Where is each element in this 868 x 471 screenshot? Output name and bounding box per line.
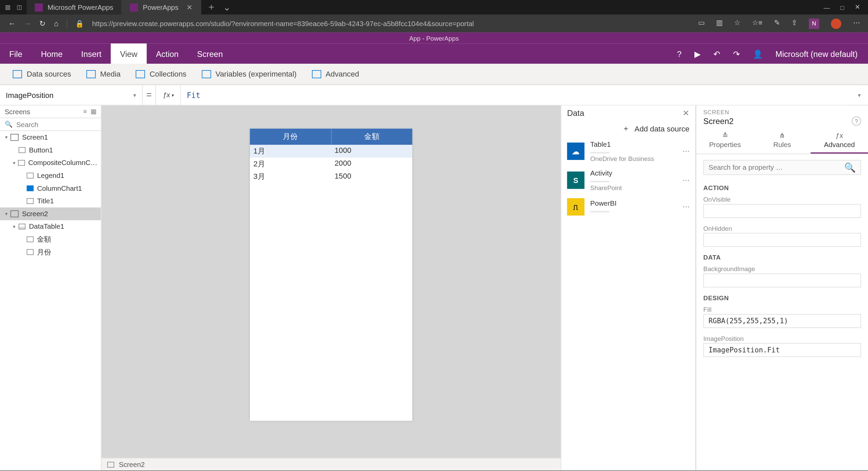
sub-media[interactable]: Media	[86, 69, 121, 78]
browser-tab-1[interactable]: Microsoft PowerApps	[27, 0, 122, 15]
ribbon: File Home Insert View Action Screen ? ▶ …	[0, 43, 868, 64]
minimize-icon[interactable]: ―	[824, 4, 830, 11]
formula-input[interactable]	[181, 85, 851, 105]
home-icon[interactable]: ⌂	[54, 19, 58, 28]
prop-field-imageposition[interactable]: ImagePosition.Fit	[703, 343, 861, 357]
onenote-icon[interactable]: N	[809, 18, 820, 29]
tree-node[interactable]: ▾CompositeColumnC…	[0, 157, 101, 169]
tree-search-input[interactable]	[16, 120, 96, 128]
sub-label: Data sources	[27, 69, 71, 78]
col-header-1[interactable]: 金額	[331, 129, 412, 145]
avatar-icon[interactable]	[831, 18, 842, 29]
canvas-stage[interactable]: 月份 金額 1月10002月20003月1500	[101, 105, 560, 458]
tree-node-label: Legend1	[37, 171, 64, 180]
tree-title: Screens	[5, 107, 30, 116]
favorite-icon[interactable]: ☆	[734, 18, 741, 29]
maximize-icon[interactable]: □	[841, 4, 844, 11]
table-row[interactable]: 3月1500	[250, 170, 412, 183]
table-row[interactable]: 1月1000	[250, 145, 412, 158]
prop-field-bgimage[interactable]	[703, 273, 861, 287]
ribbon-tab-screen[interactable]: Screen	[188, 43, 232, 64]
more-icon[interactable]: ⋯	[683, 147, 690, 155]
more-icon[interactable]: ⋯	[683, 176, 690, 184]
tree-node[interactable]: ColumnChart1	[0, 182, 101, 195]
grid-view-icon[interactable]: ▦	[91, 108, 96, 115]
props-tab-rules[interactable]: ⋔Rules	[754, 129, 811, 153]
tree-node-label: Button1	[29, 146, 53, 154]
help-icon[interactable]: ?	[677, 49, 682, 58]
ribbon-tab-action[interactable]: Action	[147, 43, 188, 64]
tree-node[interactable]: Button1	[0, 144, 101, 157]
variables-icon	[201, 70, 211, 78]
powerapps-root: App - PowerApps File Home Insert View Ac…	[0, 33, 868, 471]
chevron-down-icon: ▾	[133, 92, 136, 98]
sub-data-sources[interactable]: Data sources	[13, 69, 71, 78]
props-tab-properties[interactable]: ≛Properties	[696, 129, 754, 153]
tree-node-label: Title1	[37, 197, 54, 205]
property-dropdown[interactable]: ImagePosition ▾	[0, 85, 143, 105]
table-row[interactable]: 2月2000	[250, 158, 412, 170]
help-icon[interactable]: ?	[852, 117, 861, 126]
tree-node[interactable]: ▾DataTable1	[0, 220, 101, 233]
tree-header: Screens ≡ ▦	[0, 105, 101, 118]
back-icon[interactable]: ←	[8, 19, 16, 28]
forward-icon[interactable]: →	[24, 19, 31, 28]
user-icon[interactable]: 👤	[753, 49, 763, 58]
add-data-source[interactable]: ＋ Add data source	[561, 121, 695, 137]
more-icon[interactable]: ⋯	[853, 18, 860, 29]
ribbon-tab-view[interactable]: View	[111, 43, 147, 64]
ribbon-right: ? ▶ ↶ ↷ 👤 Microsoft (new default)	[667, 43, 868, 64]
ribbon-tab-home[interactable]: Home	[32, 43, 72, 64]
undo-icon[interactable]: ↶	[713, 49, 721, 58]
prop-field-fill[interactable]: RGBA(255,255,255,1)	[703, 314, 861, 328]
close-icon[interactable]: ✕	[683, 108, 690, 118]
new-tab-icon[interactable]: ＋	[207, 1, 216, 13]
tree-node[interactable]: ▾Screen1	[0, 131, 101, 144]
sub-advanced[interactable]: Advanced	[312, 69, 359, 78]
datatable-preview[interactable]: 月份 金額 1月10002月20003月1500	[250, 129, 412, 421]
ribbon-tab-insert[interactable]: Insert	[72, 43, 111, 64]
data-source-item[interactable]: ⎍PowerBI———⋯	[561, 195, 695, 219]
popout-icon[interactable]: ◫	[15, 3, 23, 11]
share-icon[interactable]: ⇪	[791, 18, 797, 29]
tabs-chevron-icon[interactable]: ⌄	[223, 2, 231, 13]
data-source-item[interactable]: ☁Table1———OneDrive for Business⋯	[561, 137, 695, 166]
close-icon[interactable]: ✕	[186, 3, 192, 11]
collections-icon	[136, 70, 145, 78]
refresh-icon[interactable]: ↻	[39, 19, 46, 28]
tree-node[interactable]: ▾Screen2	[0, 207, 101, 220]
sidebar-icon[interactable]: ▥	[3, 3, 12, 11]
data-source-item[interactable]: SActivity———SharePoint⋯	[561, 166, 695, 195]
data-panel: Data ✕ ＋ Add data source ☁Table1———OneDr…	[561, 105, 696, 470]
search-icon: 🔍	[5, 121, 13, 128]
ribbon-tab-file[interactable]: File	[0, 43, 32, 64]
pen-icon[interactable]: ✎	[774, 18, 780, 29]
props-tab-advanced[interactable]: ƒxAdvanced	[811, 129, 868, 153]
more-icon[interactable]: ⋯	[683, 203, 690, 211]
favorites-list-icon[interactable]: ☆≡	[752, 18, 763, 29]
reading-icon[interactable]: ▭	[698, 18, 705, 29]
books-icon[interactable]: ▥	[716, 18, 723, 29]
tree-node[interactable]: Title1	[0, 195, 101, 208]
url-text[interactable]: https://preview.create.powerapps.com/stu…	[92, 19, 690, 27]
redo-icon[interactable]: ↷	[733, 49, 740, 58]
tree-node[interactable]: Legend1	[0, 169, 101, 182]
sub-collections[interactable]: Collections	[136, 69, 186, 78]
tree-node[interactable]: 月份	[0, 246, 101, 259]
close-window-icon[interactable]: ✕	[855, 3, 860, 11]
list-view-icon[interactable]: ≡	[83, 108, 87, 115]
sub-variables[interactable]: Variables (experimental)	[201, 69, 296, 78]
subribbon: Data sources Media Collections Variables…	[0, 64, 868, 85]
screen-icon	[107, 462, 114, 467]
col-header-0[interactable]: 月份	[250, 129, 331, 145]
play-icon[interactable]: ▶	[694, 49, 701, 58]
fx-button[interactable]: ƒx ▾	[155, 85, 181, 105]
prop-field-onhidden[interactable]	[703, 233, 861, 247]
environment-label[interactable]: Microsoft (new default)	[775, 49, 857, 58]
formula-expand-icon[interactable]: ▾	[851, 85, 868, 105]
browser-tab-2[interactable]: PowerApps ✕	[122, 0, 201, 15]
prop-field-onvisible[interactable]	[703, 204, 861, 218]
data-panel-header: Data ✕	[561, 105, 695, 120]
props-search-input[interactable]	[709, 163, 844, 171]
tree-node[interactable]: 金額	[0, 233, 101, 246]
